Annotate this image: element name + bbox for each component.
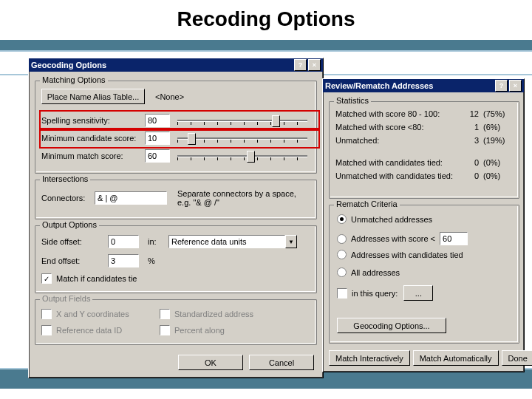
stat4-label: Matched with candidates tied:: [335, 158, 463, 167]
radio-score[interactable]: [337, 234, 347, 244]
output-fields-group: Output Fields X and Y coordinates Standa…: [35, 299, 317, 345]
std-checkbox: [160, 309, 170, 319]
query-builder-button[interactable]: ...: [403, 285, 433, 301]
stat3-n: 3: [463, 136, 479, 145]
stat5-n: 0: [463, 171, 479, 180]
alias-value: <None>: [155, 92, 184, 101]
min-match-input[interactable]: 60: [145, 149, 170, 163]
match-tie-label: Match if candidates tie: [56, 274, 137, 283]
review-titlebar: Review/Rematch Addresses ? ×: [323, 79, 524, 92]
page-title: Recoding Options: [0, 7, 532, 31]
end-unit-label: %: [148, 256, 155, 265]
end-offset-input[interactable]: 3: [108, 254, 139, 267]
radio-score-label: Addresses with score <: [351, 234, 435, 243]
xy-checkbox: [41, 309, 52, 319]
radio-tied-label: Addresses with candidates tied: [351, 250, 463, 259]
matching-group-label: Matching Options: [40, 75, 108, 84]
radio-all[interactable]: [337, 267, 347, 277]
geocoding-titlebar: Geocoding Options ? ×: [29, 58, 323, 72]
ref-label: Reference data ID: [56, 326, 160, 335]
fields-group-label: Output Fields: [40, 294, 92, 303]
rematch-group-label: Rematch Criteria: [334, 200, 400, 208]
stat3-p: (19%): [483, 136, 513, 145]
std-label: Standardized address: [174, 310, 253, 318]
stat1-n: 12: [463, 109, 479, 118]
spelling-label: Spelling sensitivity:: [41, 116, 145, 125]
side-in-label: in:: [148, 237, 168, 246]
min-candidate-slider[interactable]: [174, 132, 310, 145]
stats-group-label: Statistics: [334, 96, 371, 105]
place-alias-button[interactable]: Place Name Alias Table...: [41, 89, 145, 104]
spelling-slider[interactable]: [174, 114, 310, 127]
close-button[interactable]: ×: [308, 59, 321, 71]
matching-options-group: Matching Options Place Name Alias Table.…: [35, 81, 317, 174]
radio-all-label: All addresses: [351, 268, 400, 277]
done-button[interactable]: Done: [502, 350, 532, 366]
review-rematch-window: Review/Rematch Addresses ? × Statistics …: [322, 78, 525, 372]
intersections-group-label: Intersections: [40, 174, 90, 183]
review-title: Review/Rematch Addresses: [325, 81, 494, 90]
output-options-group: Output Options Side offset: 0 in: Refere…: [35, 225, 317, 293]
rematch-criteria-group: Rematch Criteria Unmatched addresses Add…: [329, 205, 519, 344]
min-match-slider[interactable]: [174, 149, 310, 163]
geocoding-options-window: Geocoding Options ? × Matching Options P…: [28, 58, 324, 378]
match-interactively-button[interactable]: Match Interactively: [329, 350, 410, 366]
ref-checkbox: [41, 325, 52, 335]
stat1-p: (75%): [483, 109, 513, 118]
min-match-label: Minimum match score:: [41, 151, 145, 160]
radio-tied[interactable]: [337, 250, 347, 259]
pct-label: Percent along: [174, 326, 225, 335]
chevron-down-icon[interactable]: ▼: [285, 235, 297, 248]
radio-unmatched-label: Unmatched addresses: [351, 215, 432, 224]
stat2-n: 1: [463, 123, 479, 132]
close-button[interactable]: ×: [509, 80, 522, 92]
in-query-checkbox[interactable]: [337, 288, 347, 299]
xy-label: X and Y coordinates: [56, 310, 160, 318]
geocoding-title: Geocoding Options: [31, 61, 293, 69]
connectors-label: Connectors:: [41, 194, 95, 202]
help-button[interactable]: ?: [294, 59, 307, 71]
in-query-label: in this query:: [352, 289, 398, 298]
help-button[interactable]: ?: [495, 80, 508, 92]
pct-checkbox: [160, 325, 170, 335]
stat5-label: Unmatched with candidates tied:: [335, 171, 463, 180]
side-offset-input[interactable]: 0: [108, 235, 139, 248]
stat1-label: Matched with score 80 - 100:: [335, 109, 463, 118]
match-tie-checkbox[interactable]: ✓: [41, 273, 52, 284]
side-units-select[interactable]: Reference data units: [168, 235, 285, 248]
min-candidate-input[interactable]: 10: [145, 132, 170, 145]
stat2-label: Matched with score <80:: [335, 123, 463, 132]
connectors-hint: Separate connectors by a space, e.g. "& …: [177, 189, 303, 207]
connectors-input[interactable]: & | @: [95, 191, 167, 205]
score-threshold-input[interactable]: 60: [440, 232, 468, 245]
min-candidate-label: Minimum candidate score:: [41, 134, 145, 143]
cancel-button[interactable]: Cancel: [249, 355, 314, 370]
intersections-group: Intersections Connectors: & | @ Separate…: [35, 180, 317, 219]
stat4-n: 0: [463, 158, 479, 167]
stat5-p: (0%): [483, 171, 513, 180]
match-automatically-button[interactable]: Match Automatically: [413, 350, 499, 366]
output-group-label: Output Options: [40, 220, 99, 229]
stat3-label: Unmatched:: [335, 136, 463, 145]
geocoding-options-button[interactable]: Geocoding Options...: [337, 318, 446, 333]
stat4-p: (0%): [483, 158, 513, 167]
side-offset-label: Side offset:: [41, 237, 108, 246]
spelling-input[interactable]: 80: [145, 114, 170, 127]
stat2-p: (6%): [483, 123, 513, 132]
statistics-group: Statistics Matched with score 80 - 100:1…: [329, 101, 519, 199]
end-offset-label: End offset:: [41, 256, 108, 265]
radio-unmatched[interactable]: [337, 214, 347, 224]
ok-button[interactable]: OK: [178, 355, 243, 370]
